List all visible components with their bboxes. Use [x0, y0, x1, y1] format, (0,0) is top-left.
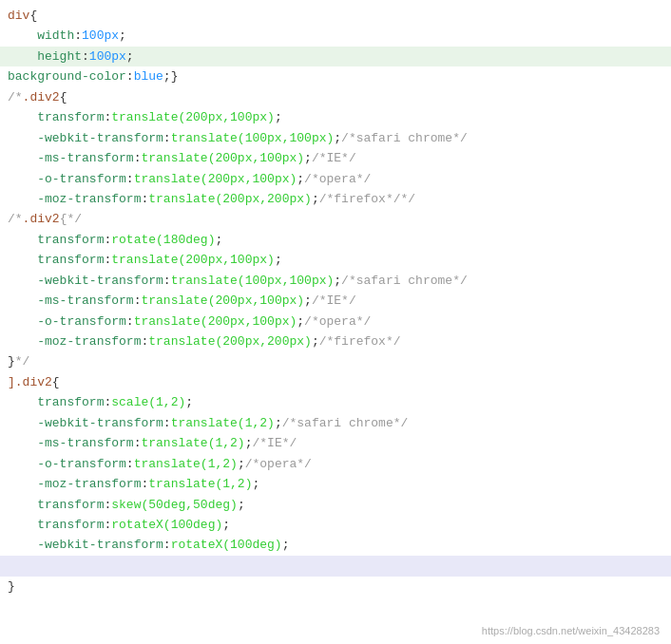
code-line-9: -o-transform:translate(200px,100px);/*op… — [0, 169, 671, 189]
code-line-16: -o-transform:translate(200px,100px);/*op… — [0, 312, 671, 331]
code-content: div{ width:100px; height:100px; backgrou… — [0, 0, 671, 602]
code-line-23: -o-transform:translate(1,2);/*opera*/ — [0, 454, 671, 474]
code-line-13: transform:translate(200px,100px); — [0, 250, 671, 270]
code-line-21: -webkit-transform:translate(1,2);/*safar… — [0, 413, 671, 433]
code-line-24: -moz-transform:translate(1,2); — [0, 474, 671, 494]
code-line-8: -ms-transform:translate(200px,100px);/*I… — [0, 148, 671, 168]
code-line-7: -webkit-transform:translate(100px,100px)… — [0, 128, 671, 148]
code-editor: div{ width:100px; height:100px; backgrou… — [0, 0, 671, 644]
code-line-22: -ms-transform:translate(1,2);/*IE*/ — [0, 433, 671, 453]
code-line-14: -webkit-transform:translate(100px,100px)… — [0, 271, 671, 291]
code-line-11: /*.div2{*/ — [0, 209, 671, 229]
code-line-25: transform:skew(50deg,50deg); — [0, 495, 671, 515]
code-line-27: -webkit-transform:rotateX(100deg); — [0, 535, 671, 555]
code-line-5: /*.div2{ — [0, 87, 671, 107]
code-line-6: transform:translate(200px,100px); — [0, 107, 671, 127]
code-line-18: }*/ — [0, 351, 671, 371]
code-line-10: -moz-transform:translate(200px,200px);/*… — [0, 189, 671, 209]
code-line-1: div{ — [0, 6, 671, 26]
code-line-19: ].div2{ — [0, 372, 671, 392]
selector-text: div — [8, 6, 29, 26]
property-text: width — [37, 26, 74, 46]
code-line-17: -moz-transform:translate(200px,200px);/*… — [0, 331, 671, 351]
watermark-text: https://blog.csdn.net/weixin_43428283 — [482, 625, 660, 636]
code-line-20: transform:scale(1,2); — [0, 392, 671, 412]
code-line-29: } — [0, 577, 671, 597]
code-line-28 — [0, 556, 671, 577]
code-line-4: background-color:blue;} — [0, 66, 671, 86]
code-line-2: width:100px; — [0, 26, 671, 46]
property-text: background-color — [8, 66, 126, 86]
code-line-15: -ms-transform:translate(200px,100px);/*I… — [0, 291, 671, 311]
code-line-12: transform:rotate(180deg); — [0, 230, 671, 250]
property-text: height — [37, 47, 82, 66]
code-line-3: height:100px; — [0, 47, 671, 66]
code-line-26: transform:rotateX(100deg); — [0, 515, 671, 535]
